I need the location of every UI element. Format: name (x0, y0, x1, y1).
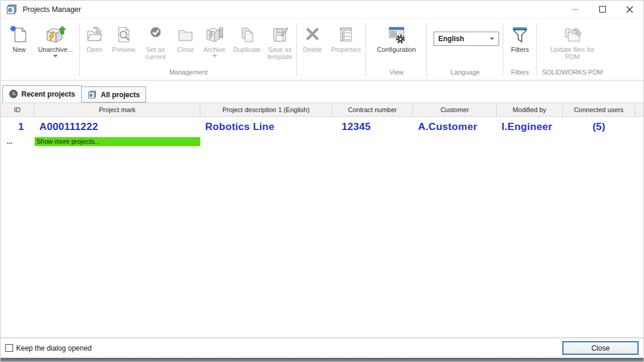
delete-button-label: Delete (303, 46, 322, 53)
duplicate-icon (237, 23, 256, 46)
cell-modified-by: I.Engineer (497, 121, 563, 133)
tab-recent-projects[interactable]: Recent projects (2, 85, 82, 103)
filters-button[interactable]: Filters (504, 23, 535, 53)
chevron-down-icon[interactable] (53, 55, 58, 57)
column-header-customer[interactable]: Customer (413, 103, 497, 116)
window-bottom-border (1, 358, 643, 361)
duplicate-button[interactable]: Duplicate (230, 23, 264, 53)
tab-strip: Recent projects All projects (1, 81, 643, 103)
window-title: Projects Manager (23, 5, 81, 14)
chevron-down-icon[interactable] (212, 55, 217, 57)
cell-contract-number: 12345 (332, 121, 413, 133)
language-select[interactable]: English (434, 32, 499, 46)
projects-stack-icon (6, 4, 18, 16)
set-as-current-label: Set as current (139, 46, 172, 60)
cell-id: 1 (1, 121, 35, 133)
table-row[interactable]: 1 A000111222 Robotics Line 12345 A.Custo… (1, 117, 643, 137)
tab-all-projects-label: All projects (101, 91, 140, 99)
configuration-gear-icon (386, 23, 407, 46)
unarchive-icon (44, 23, 67, 46)
unarchive-button[interactable]: Unarchive... (33, 23, 78, 57)
group-label-management: Management (81, 69, 296, 78)
column-header-modified-by[interactable]: Modified by (497, 103, 563, 116)
more-row-id: ... (1, 137, 35, 146)
update-files-icon (562, 23, 583, 46)
save-as-template-label: Save as template (264, 46, 296, 60)
cell-project-mark: A000111222 (35, 121, 200, 133)
open-button-label: Open (86, 46, 103, 53)
update-files-pdm-button[interactable]: Update files for PDM (544, 23, 601, 60)
group-label-view: View (367, 69, 426, 78)
dialog-footer: Keep the dialog opened Close (1, 338, 643, 358)
table-header-row: ID Project mark Project description 1 (E… (1, 103, 643, 117)
show-more-projects-link[interactable]: Show more projects... (35, 137, 200, 146)
preview-icon (114, 23, 133, 46)
archive-button-label: Archive (203, 46, 225, 53)
ribbon-group-management: Open Preview (80, 18, 297, 80)
new-document-icon (10, 23, 29, 46)
keep-dialog-opened-checkbox[interactable] (5, 344, 13, 352)
title-bar: Projects Manager (1, 1, 643, 18)
close-dialog-button[interactable]: Close (562, 341, 639, 355)
properties-button[interactable]: Properties (327, 23, 365, 53)
maximize-icon (599, 6, 606, 13)
delete-button[interactable]: Delete (298, 23, 327, 53)
new-button-label: New (13, 46, 26, 53)
ribbon-group-language: English Language (427, 18, 503, 80)
minimize-icon (572, 9, 578, 10)
open-button[interactable]: Open (81, 23, 109, 53)
configuration-button[interactable]: Configuration (369, 23, 424, 53)
cell-customer: A.Customer (413, 121, 497, 133)
check-circle-icon (146, 23, 165, 46)
column-header-description[interactable]: Project description 1 (English) (200, 103, 332, 116)
group-label-filters: Filters (504, 69, 535, 78)
delete-x-icon (303, 23, 322, 46)
show-more-projects-label: Show more projects... (36, 138, 100, 145)
group-label-pdm: SOLIDWORKS PDM (538, 69, 607, 78)
properties-icon (336, 23, 355, 46)
projects-manager-window: Projects Manager (0, 0, 644, 362)
maximize-button[interactable] (589, 1, 616, 18)
column-header-contract-number[interactable]: Contract number (332, 103, 413, 116)
close-icon (626, 5, 634, 14)
properties-button-label: Properties (331, 46, 361, 53)
configuration-button-label: Configuration (377, 46, 416, 53)
archive-button[interactable]: Archive (199, 23, 230, 57)
projects-table: ID Project mark Project description 1 (E… (1, 103, 643, 338)
cell-description: Robotics Line (200, 121, 332, 133)
set-as-current-button[interactable]: Set as current (139, 23, 172, 60)
group-label-language: Language (428, 69, 502, 78)
tab-recent-projects-label: Recent projects (21, 90, 75, 98)
close-project-button[interactable]: Close (172, 23, 199, 53)
ribbon-group-filters: Filters Filters (503, 18, 537, 80)
clock-icon (9, 89, 18, 98)
group-label (2, 69, 79, 78)
archive-icon (205, 23, 225, 46)
tab-all-projects[interactable]: All projects (82, 86, 146, 103)
save-as-template-button[interactable]: Save as template (264, 23, 296, 60)
preview-button[interactable]: Preview (109, 23, 139, 53)
minimize-button[interactable] (561, 1, 589, 18)
folder-icon (176, 23, 195, 46)
new-button[interactable]: New (5, 23, 33, 53)
ribbon-group-create: New Unarchive... (1, 18, 80, 80)
filters-button-label: Filters (511, 46, 529, 53)
column-header-connected-users[interactable]: Connected users (563, 103, 635, 116)
preview-button-label: Preview (112, 46, 135, 53)
close-project-label: Close (177, 46, 194, 53)
close-window-button[interactable] (616, 1, 643, 18)
ribbon-group-view: Configuration View (366, 18, 427, 80)
show-more-row[interactable]: ... Show more projects... (1, 137, 643, 146)
filter-funnel-icon (510, 23, 530, 46)
save-template-icon (270, 23, 289, 46)
open-folder-icon (85, 23, 104, 46)
language-selected-value: English (438, 35, 464, 43)
column-header-id[interactable]: ID (1, 103, 35, 116)
ribbon-group-pdm: Update files for PDM SOLIDWORKS PDM (537, 18, 608, 80)
group-label (298, 69, 365, 78)
cell-connected-users: (5) (563, 121, 635, 133)
column-header-filler (635, 103, 643, 116)
ribbon-group-edit: Delete (297, 18, 366, 80)
column-header-project-mark[interactable]: Project mark (35, 103, 200, 116)
duplicate-button-label: Duplicate (233, 46, 261, 53)
